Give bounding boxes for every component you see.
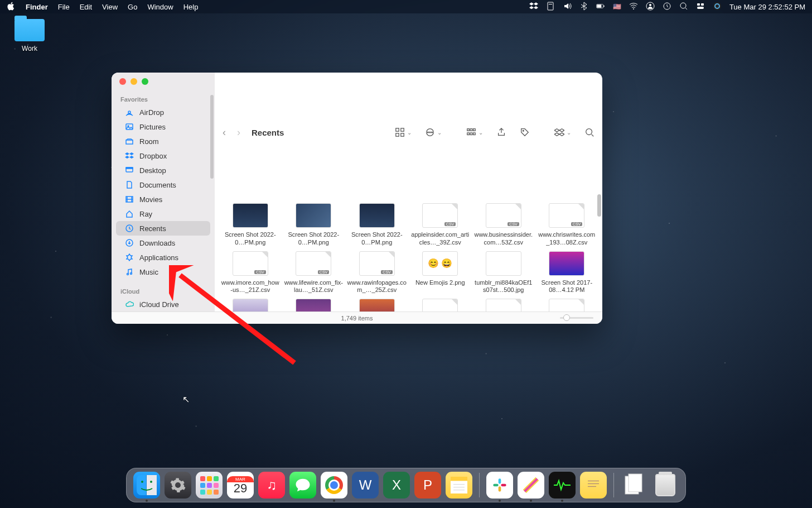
svg-point-39 (523, 130, 524, 131)
svg-rect-43 (147, 475, 157, 495)
dock-music[interactable]: ♫ (258, 472, 285, 499)
file-item[interactable]: tumblr_lxfxu4nFzw1qceu…1280.jpg (347, 299, 407, 311)
svg-rect-25 (396, 128, 399, 131)
content-scrollbar[interactable] (597, 194, 601, 217)
tags-button[interactable] (520, 127, 530, 137)
dock-messages[interactable] (289, 472, 316, 499)
sidebar-item-recents[interactable]: Recents (116, 221, 210, 236)
sidebar-item-documents[interactable]: Documents (116, 178, 210, 192)
menu-view[interactable]: View (102, 3, 118, 11)
sidebar-item-icloud-drive[interactable]: iCloud Drive (116, 297, 210, 311)
sidebar-item-downloads[interactable]: Downloads (116, 236, 210, 250)
sidebar-item-pictures[interactable]: Pictures (116, 119, 210, 134)
app-name[interactable]: Finder (26, 3, 48, 11)
file-item[interactable]: Screen Shot 2022-0…PM.png (284, 203, 344, 247)
dock-system-preferences[interactable] (165, 472, 191, 499)
icon-size-slider[interactable] (560, 317, 593, 319)
svg-point-7 (649, 4, 651, 6)
menu-window[interactable]: Window (147, 3, 173, 11)
user-icon[interactable] (646, 2, 655, 12)
desktop-folder-label: Work (22, 45, 37, 52)
window-minimize-button[interactable] (130, 78, 137, 85)
file-item[interactable]: www.imore.com_how-us…_21Z.csv (220, 251, 281, 295)
sidebar-item-desktop[interactable]: Desktop (116, 163, 210, 178)
file-item[interactable]: www.chriswrites.com_193…08Z.csv (537, 203, 597, 247)
svg-rect-0 (548, 2, 553, 10)
svg-point-15 (128, 111, 130, 113)
file-item[interactable]: 😊 😄New Emojis 2.png (410, 251, 471, 295)
timemachine-icon[interactable] (663, 2, 671, 12)
arrange-button[interactable]: ⌄ (466, 127, 483, 137)
dock-app-color[interactable] (518, 472, 544, 499)
file-item[interactable]: www.lifewire.com_fix-lau…_51Z.csv (284, 251, 344, 295)
dock: MAR29 ♫ W X P (126, 468, 686, 502)
dock-word[interactable]: W (352, 472, 379, 499)
menu-file[interactable]: File (58, 3, 70, 11)
sidebar-item-dropbox[interactable]: Dropbox (116, 148, 210, 163)
file-item[interactable]: invictus (220, 299, 281, 311)
dropbox-toolbar-icon[interactable]: ⌄ (554, 127, 571, 137)
dropbox-menu-icon[interactable] (529, 2, 538, 12)
spotlight-icon[interactable] (679, 2, 688, 12)
svg-point-32 (432, 132, 433, 133)
file-item[interactable]: www.techbout.com_send…33Z.csv (410, 299, 471, 311)
group-button[interactable]: ⌄ (425, 127, 442, 137)
nav-forward-button[interactable]: › (237, 127, 240, 138)
wifi-icon[interactable] (629, 2, 638, 12)
file-item[interactable]: Screen Shot 2022-0…PM.png (347, 203, 407, 247)
nav-back-button[interactable]: ‹ (223, 127, 226, 138)
dock-activity-monitor[interactable] (549, 472, 576, 499)
file-item[interactable]: www.businessinsider.com…_17Z.csv (473, 299, 534, 311)
siri-icon[interactable] (713, 2, 722, 12)
sidebar-item-movies[interactable]: Movies (116, 192, 210, 207)
dock-stickies[interactable] (580, 472, 607, 499)
dock-chrome[interactable] (321, 472, 347, 499)
finder-toolbar: ‹ › Recents ⌄ ⌄ ⌄ ⌄ (215, 73, 602, 192)
search-button[interactable] (584, 127, 594, 137)
view-mode-button[interactable]: ⌄ (395, 127, 412, 137)
volume-icon[interactable] (563, 2, 572, 12)
svg-rect-33 (467, 129, 470, 131)
dock-documents-stack[interactable] (621, 472, 647, 499)
file-item[interactable]: Screen Shot 2017-08…4.12 PM (537, 251, 597, 295)
window-close-button[interactable] (119, 78, 126, 85)
svg-rect-28 (401, 133, 404, 136)
sidebar-item-room[interactable]: Room (116, 134, 210, 148)
dock-powerpoint[interactable]: P (414, 472, 441, 499)
dock-notes[interactable] (446, 472, 472, 499)
sidebar-heading-icloud: iCloud (112, 285, 215, 297)
flag-icon[interactable]: 🇺🇸 (613, 3, 621, 11)
battery-icon[interactable] (596, 2, 605, 12)
bluetooth-icon[interactable] (579, 2, 588, 12)
file-item[interactable]: Screen Shot 2022-0…PM.png (220, 203, 281, 247)
finder-content[interactable]: Screen Shot 2022-0…PM.pngScreen Shot 202… (215, 192, 602, 311)
sidebar-item-ray[interactable]: Ray (116, 207, 210, 221)
sidebar-item-music[interactable]: Music (116, 265, 210, 279)
menu-edit[interactable]: Edit (80, 3, 92, 11)
desktop-folder-work[interactable]: Work (10, 19, 49, 52)
file-item[interactable]: the bullet (284, 299, 344, 311)
file-item[interactable]: tumblr_mi884kaOEf1s07st…500.jpg (473, 251, 534, 295)
file-item[interactable]: www.imore.com_how-get…03Z.csv (537, 299, 597, 311)
file-item[interactable]: appleinsider.com_articles…_39Z.csv (410, 203, 471, 247)
dock-slack[interactable] (486, 472, 513, 499)
dock-finder[interactable] (133, 472, 160, 499)
dock-excel[interactable]: X (383, 472, 410, 499)
menu-go[interactable]: Go (128, 3, 137, 11)
menubar-clock[interactable]: Tue Mar 29 2:52:52 PM (729, 3, 805, 11)
svg-point-24 (130, 273, 132, 275)
sidebar-item-airdrop[interactable]: AirDrop (116, 105, 210, 119)
dock-launchpad[interactable] (196, 472, 223, 499)
dock-calendar[interactable]: MAR29 (227, 472, 254, 499)
menu-help[interactable]: Help (183, 3, 199, 11)
window-zoom-button[interactable] (142, 78, 148, 85)
share-button[interactable] (496, 127, 506, 137)
apple-menu-icon[interactable] (7, 2, 16, 12)
sidebar-scrollbar[interactable] (210, 95, 214, 179)
control-center-icon[interactable] (696, 2, 705, 12)
battery-card-icon[interactable] (546, 2, 555, 12)
file-item[interactable]: www.rawinfopages.com_…_25Z.csv (347, 251, 407, 295)
file-item[interactable]: www.businessinsider.com…53Z.csv (473, 203, 534, 247)
sidebar-item-applications[interactable]: Applications (116, 250, 210, 265)
dock-trash[interactable] (652, 472, 679, 499)
